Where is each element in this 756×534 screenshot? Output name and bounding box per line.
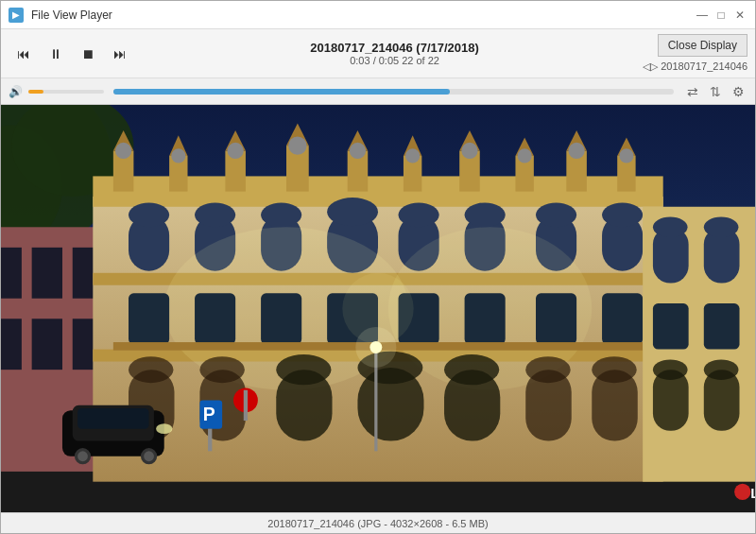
title-bar-left: ▶ File View Player	[9, 8, 112, 23]
svg-point-85	[525, 356, 570, 383]
file-title-area: 20180717_214046 (7/17/2018) 0:03 / 0:05 …	[146, 41, 643, 66]
image-area: P LO4D.com	[1, 105, 755, 512]
svg-point-110	[156, 423, 172, 434]
title-bar: ▶ File View Player — □ ✕	[1, 1, 755, 29]
playback-controls: ⏮ ⏸ ⏹ ⏭	[9, 37, 135, 71]
svg-point-91	[355, 327, 396, 368]
settings-icon-button[interactable]: ⚙	[729, 82, 747, 101]
svg-point-87	[592, 356, 636, 383]
svg-point-54	[327, 198, 378, 226]
svg-rect-67	[261, 293, 301, 344]
file-main-title: 20180717_214046 (7/17/2018)	[310, 41, 479, 55]
svg-point-116	[734, 484, 750, 500]
svg-rect-65	[129, 293, 169, 344]
close-display-button[interactable]: Close Display	[658, 34, 747, 57]
progress-fill	[113, 89, 450, 95]
svg-text:LO4D.com: LO4D.com	[750, 485, 755, 501]
svg-point-109	[144, 451, 154, 461]
status-bar: 20180717_214046 (JPG - 4032×2608 - 6.5 M…	[1, 512, 755, 533]
svg-rect-10	[1, 319, 22, 370]
svg-text:P: P	[203, 404, 215, 424]
svg-point-75	[129, 356, 173, 383]
svg-rect-7	[1, 248, 22, 299]
svg-point-56	[399, 202, 439, 227]
svg-point-107	[77, 451, 88, 461]
svg-point-37	[228, 143, 244, 159]
svg-rect-115	[208, 429, 212, 452]
svg-rect-105	[77, 408, 148, 429]
svg-point-60	[536, 202, 576, 227]
scene-svg: P LO4D.com	[1, 105, 755, 512]
filename-right: ◁▷ 20180717_214046	[643, 60, 747, 73]
svg-point-58	[465, 202, 506, 227]
repeat-icon-button[interactable]: ⇄	[683, 82, 702, 101]
minimize-button[interactable]: —	[695, 8, 710, 23]
svg-rect-66	[195, 293, 235, 344]
app-icon: ▶	[9, 8, 24, 23]
toolbar-right-icons: ⇄ ⇅ ⚙	[683, 82, 747, 101]
svg-point-79	[276, 354, 331, 385]
app-title: File View Player	[31, 9, 112, 22]
skip-forward-button[interactable]: ⏭	[105, 37, 135, 71]
svg-rect-72	[602, 293, 643, 344]
status-text: 20180717_214046 (JPG - 4032×2608 - 6.5 M…	[267, 518, 488, 529]
skip-back-button[interactable]: ⏮	[9, 37, 39, 71]
title-bar-controls: — □ ✕	[695, 8, 747, 23]
svg-point-41	[461, 143, 477, 159]
volume-slider[interactable]	[28, 90, 104, 94]
volume-fill	[28, 90, 43, 94]
svg-point-43	[568, 143, 584, 159]
main-toolbar: ⏮ ⏸ ⏹ ⏭ 20180717_214046 (7/17/2018) 0:03…	[1, 29, 755, 78]
svg-point-62	[602, 202, 643, 227]
svg-point-83	[444, 354, 499, 385]
svg-point-50	[195, 202, 235, 227]
stop-button[interactable]: ⏹	[73, 37, 103, 71]
svg-rect-112	[244, 390, 248, 421]
svg-point-52	[261, 202, 301, 227]
svg-rect-11	[32, 319, 62, 370]
svg-point-100	[653, 359, 688, 380]
pause-button[interactable]: ⏸	[41, 37, 71, 71]
svg-point-40	[405, 148, 420, 163]
sort-icon-button[interactable]: ⇅	[706, 82, 725, 101]
window-close-button[interactable]: ✕	[732, 8, 747, 23]
svg-point-36	[171, 148, 185, 163]
toolbar-row2: 🔊 ⇄ ⇅ ⚙	[1, 78, 755, 105]
svg-point-38	[288, 136, 306, 154]
file-subtitle: 0:03 / 0:05 22 of 22	[350, 55, 439, 66]
svg-rect-97	[653, 303, 689, 349]
svg-point-102	[704, 359, 739, 380]
svg-point-96	[704, 217, 739, 238]
svg-rect-8	[32, 248, 62, 299]
svg-rect-70	[465, 293, 506, 344]
svg-point-35	[115, 143, 131, 159]
maximize-button[interactable]: □	[713, 8, 729, 23]
svg-point-42	[518, 148, 532, 163]
svg-point-94	[653, 217, 688, 238]
svg-rect-98	[704, 303, 740, 349]
svg-rect-71	[536, 293, 576, 344]
svg-point-39	[350, 143, 366, 159]
svg-point-77	[199, 356, 244, 383]
svg-point-48	[129, 202, 169, 227]
svg-point-44	[619, 148, 633, 163]
progress-bar[interactable]	[113, 89, 674, 95]
volume-icon[interactable]: 🔊	[9, 85, 23, 98]
main-window: ▶ File View Player — □ ✕ ⏮ ⏸ ⏹ ⏭ 2018071…	[0, 0, 756, 534]
